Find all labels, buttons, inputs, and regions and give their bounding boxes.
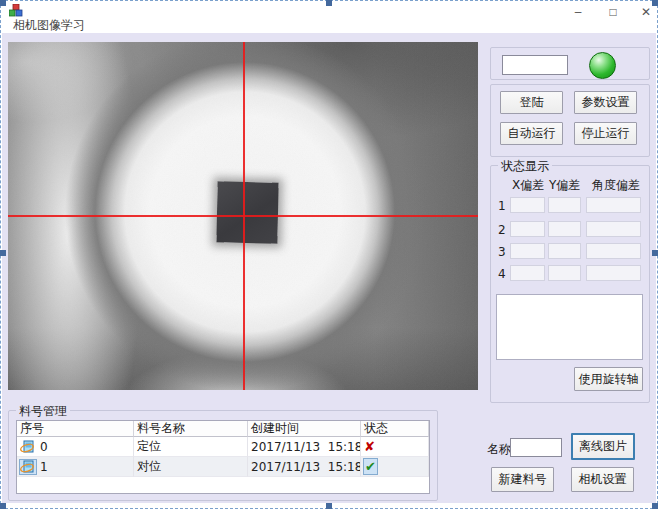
status-ok-icon: ✔ bbox=[364, 459, 377, 474]
col-header-x-deviation: X偏差 bbox=[512, 177, 544, 194]
status-row-label: 1 bbox=[498, 199, 506, 213]
parts-table-header: 序号 料号名称 创建时间 状态 bbox=[17, 421, 429, 437]
use-rotation-axis-button[interactable]: 使用旋转轴 bbox=[574, 367, 643, 391]
x-deviation-field bbox=[510, 265, 545, 281]
part-created: 2017/11/13 15:18 bbox=[248, 457, 361, 477]
app-icon bbox=[9, 4, 23, 18]
col-header-angle-deviation: 角度偏差 bbox=[592, 177, 640, 194]
capture-handle bbox=[0, 0, 6, 6]
part-created: 2017/11/13 15:18 bbox=[248, 437, 361, 457]
parts-table[interactable]: 序号 料号名称 创建时间 状态 0 定位 2017/11/13 15:18 ✘ bbox=[16, 420, 430, 494]
camera-view[interactable] bbox=[8, 42, 478, 390]
window-title: 相机图像学习 bbox=[13, 17, 85, 34]
y-deviation-field bbox=[548, 197, 581, 213]
capture-handle bbox=[652, 250, 658, 256]
x-deviation-field bbox=[510, 243, 545, 259]
capture-handle bbox=[326, 0, 332, 6]
param-settings-button[interactable]: 参数设置 bbox=[574, 91, 637, 114]
status-row-label: 2 bbox=[498, 223, 506, 237]
angle-deviation-field bbox=[586, 243, 641, 259]
status-row-label: 3 bbox=[498, 245, 506, 259]
table-row[interactable]: 1 对位 2017/11/13 15:18 ✔ bbox=[17, 457, 429, 477]
camera-settings-button[interactable]: 相机设置 bbox=[571, 467, 634, 492]
maximize-button[interactable]: □ bbox=[600, 3, 626, 20]
part-file-icon bbox=[20, 440, 36, 454]
capture-handle bbox=[326, 503, 332, 509]
status-row-label: 4 bbox=[498, 267, 506, 281]
capture-handle bbox=[652, 503, 658, 509]
angle-deviation-field bbox=[586, 265, 641, 281]
table-row[interactable]: 0 定位 2017/11/13 15:18 ✘ bbox=[17, 437, 429, 457]
angle-deviation-field bbox=[586, 221, 641, 237]
header-status[interactable]: 状态 bbox=[361, 421, 429, 437]
name-input[interactable] bbox=[510, 438, 562, 457]
y-deviation-field bbox=[548, 265, 581, 281]
login-code-input[interactable] bbox=[502, 55, 568, 75]
y-deviation-field bbox=[548, 243, 581, 259]
x-deviation-field bbox=[510, 197, 545, 213]
name-label: 名称 bbox=[487, 441, 511, 458]
login-button[interactable]: 登陆 bbox=[500, 91, 563, 114]
part-name: 定位 bbox=[134, 437, 248, 457]
chip-object bbox=[216, 181, 278, 243]
stop-run-button[interactable]: 停止运行 bbox=[574, 122, 637, 145]
capture-handle bbox=[652, 0, 658, 6]
parts-management-title: 料号管理 bbox=[16, 403, 70, 420]
col-header-y-deviation: Y偏差 bbox=[549, 177, 580, 194]
status-fail-icon: ✘ bbox=[364, 439, 375, 454]
offline-image-button[interactable]: 离线图片 bbox=[571, 433, 635, 460]
capture-handle bbox=[0, 250, 6, 256]
status-display-title: 状态显示 bbox=[498, 158, 552, 175]
capture-handle bbox=[0, 503, 6, 509]
y-deviation-field bbox=[548, 221, 581, 237]
header-index[interactable]: 序号 bbox=[17, 421, 134, 437]
new-part-button[interactable]: 新建料号 bbox=[491, 467, 554, 492]
header-name[interactable]: 料号名称 bbox=[134, 421, 248, 437]
crosshair-horizontal-line bbox=[8, 215, 478, 217]
part-index: 1 bbox=[40, 460, 48, 474]
header-created[interactable]: 创建时间 bbox=[248, 421, 361, 437]
minimize-button[interactable]: – bbox=[565, 3, 591, 20]
part-name: 对位 bbox=[134, 457, 248, 477]
x-deviation-field bbox=[510, 221, 545, 237]
angle-deviation-field bbox=[586, 197, 641, 213]
part-file-icon bbox=[20, 460, 36, 474]
status-log-listbox[interactable] bbox=[496, 294, 643, 360]
auto-run-button[interactable]: 自动运行 bbox=[500, 122, 563, 145]
part-index: 0 bbox=[40, 440, 48, 454]
status-led-indicator bbox=[589, 52, 616, 79]
